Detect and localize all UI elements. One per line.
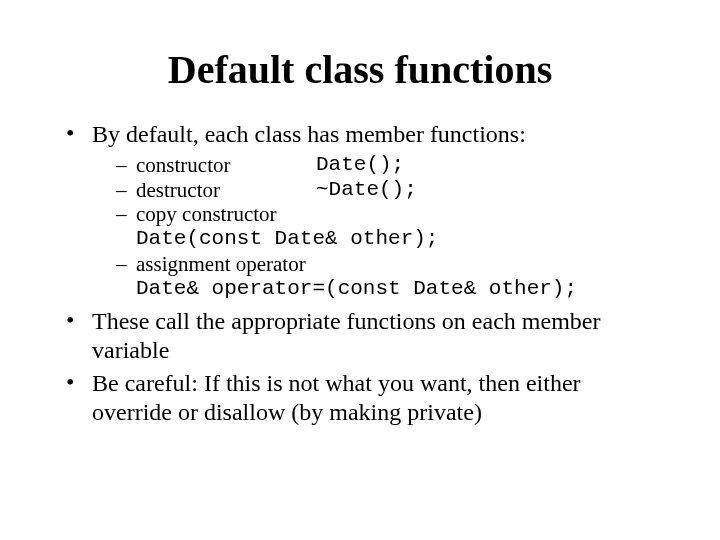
member-copy-constructor: copy constructor Date(const Date& other)… [116, 202, 656, 252]
slide: Default class functions By default, each… [0, 0, 720, 540]
bullet-these-call-text: These call the appropriate functions on … [92, 308, 600, 363]
member-copy-constructor-code: Date(const Date& other); [136, 227, 656, 252]
member-destructor: destructor ~Date(); [116, 178, 656, 203]
bullet-be-careful-text: Be careful: If this is not what you want… [92, 370, 581, 425]
page-title: Default class functions [64, 48, 656, 92]
bullet-intro-text: By default, each class has member functi… [92, 121, 526, 147]
member-constructor: constructor Date(); [116, 153, 656, 178]
bullet-intro: By default, each class has member functi… [64, 120, 656, 301]
member-assignment-operator-label: assignment operator [136, 252, 306, 276]
bullet-list-level-2: constructor Date(); destructor ~Date(); … [92, 153, 656, 302]
bullet-list-level-1: By default, each class has member functi… [64, 120, 656, 427]
member-destructor-code: ~Date(); [316, 178, 417, 203]
member-assignment-operator-code: Date& operator=(const Date& other); [136, 277, 656, 302]
bullet-be-careful: Be careful: If this is not what you want… [64, 369, 656, 427]
member-constructor-label: constructor [136, 153, 316, 178]
member-assignment-operator: assignment operator Date& operator=(cons… [116, 252, 656, 302]
member-copy-constructor-label: copy constructor [136, 202, 277, 226]
member-destructor-label: destructor [136, 178, 316, 203]
member-constructor-code: Date(); [316, 153, 404, 178]
bullet-these-call: These call the appropriate functions on … [64, 307, 656, 365]
